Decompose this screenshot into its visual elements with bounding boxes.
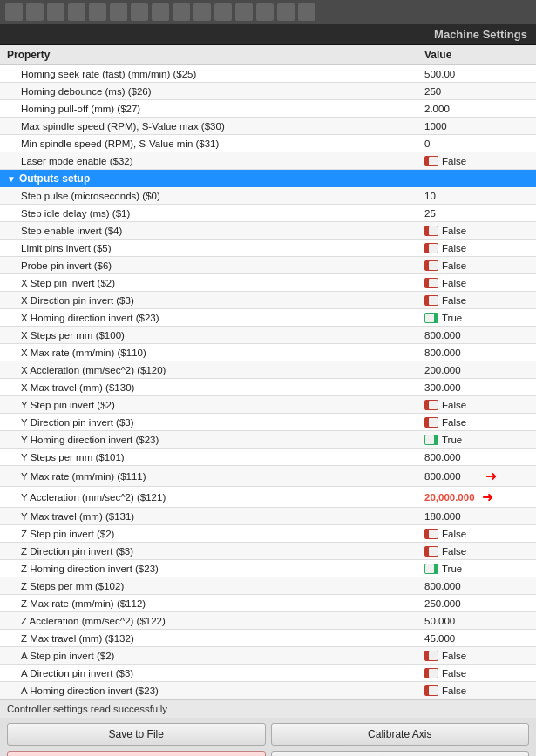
prop-value: False: [424, 685, 529, 696]
table-row-y-max-rate: Y Max rate (mm/min) ($111) 800.000 ➜: [0, 466, 536, 487]
table-row: X Direction pin invert ($3) False: [0, 292, 536, 309]
toggle-false-icon[interactable]: [424, 156, 438, 166]
toggle-false-icon[interactable]: [424, 260, 438, 271]
prop-name: Limit pins invert ($5): [21, 243, 424, 253]
table-row: Probe pin invert ($6) False: [0, 257, 536, 274]
save-to-file-button[interactable]: Save to File: [7, 723, 266, 746]
toggle-true-icon[interactable]: [424, 435, 438, 445]
prop-name: Laser mode enable ($32): [21, 156, 424, 166]
toolbar-icon-11[interactable]: [214, 3, 232, 21]
prop-name: Step enable invert ($4): [21, 226, 424, 236]
toolbar-icon-8[interactable]: [152, 3, 169, 21]
table-row-y-accleration: Y Accleration (mm/sec^2) ($121) 20,000.0…: [0, 487, 536, 508]
table-row: Y Max travel (mm) ($131) 180.000: [0, 508, 536, 525]
toolbar-icon-12[interactable]: [235, 3, 253, 21]
prop-name: Homing seek rate (fast) (mm/min) ($25): [21, 69, 424, 79]
table-row: Step enable invert ($4) False: [0, 222, 536, 240]
prop-value: False: [424, 260, 529, 271]
table-row: Laser mode enable ($32) False: [0, 152, 536, 170]
calibrate-axis-button[interactable]: Calibrate Axis: [271, 723, 530, 746]
load-from-backup-button[interactable]: Load from Backup: [271, 751, 530, 756]
load-from-file-button[interactable]: Load from File: [7, 751, 266, 756]
prop-value: 25: [424, 208, 529, 219]
toggle-false-icon[interactable]: [424, 295, 438, 306]
y-accleration-value: 20,000.000: [424, 492, 475, 503]
toggle-true-icon[interactable]: [424, 564, 438, 574]
prop-name: Y Direction pin invert ($3): [21, 417, 424, 428]
toggle-true-icon[interactable]: [424, 313, 438, 323]
prop-name: X Homing direction invert ($23): [21, 313, 424, 323]
prop-value: False: [424, 278, 529, 288]
prop-name: Z Max travel (mm) ($132): [21, 633, 424, 644]
table-row: Y Direction pin invert ($3) False: [0, 414, 536, 431]
toolbar-icon-10[interactable]: [193, 3, 211, 21]
table-row: X Max rate (mm/min) ($110) 800.000: [0, 344, 536, 361]
toolbar-icon-4[interactable]: [68, 3, 85, 21]
table-row: Max spindle speed (RPM), S-Value max ($3…: [0, 118, 536, 135]
prop-name: Z Max rate (mm/min) ($112): [21, 598, 424, 609]
prop-value: False: [424, 546, 529, 557]
prop-name: Probe pin invert ($6): [21, 260, 424, 271]
toggle-false-icon[interactable]: [424, 278, 438, 288]
prop-value: True: [424, 313, 529, 323]
prop-name: Step idle delay (ms) ($1): [21, 208, 424, 219]
toggle-false-icon[interactable]: [424, 529, 438, 539]
toggle-false-icon[interactable]: [424, 243, 438, 253]
toolbar-icon-6[interactable]: [110, 3, 127, 21]
toolbar-icon-2[interactable]: [26, 3, 44, 21]
table-row: Step pulse (microseconds) ($0) 10: [0, 187, 536, 205]
prop-value: False: [424, 156, 529, 166]
prop-name: X Steps per mm ($100): [21, 330, 424, 341]
prop-name: Y Steps per mm ($101): [21, 452, 424, 462]
toggle-false-icon[interactable]: [424, 400, 438, 410]
prop-value: True: [424, 435, 529, 445]
settings-container: Homing seek rate (fast) (mm/min) ($25) 5…: [0, 65, 536, 699]
prop-name: X Accleration (mm/sec^2) ($120): [21, 365, 424, 375]
toolbar-icon-9[interactable]: [173, 3, 190, 21]
prop-value: 800.000 ➜: [424, 468, 529, 484]
toolbar-icon-7[interactable]: [131, 3, 148, 21]
button-row-2: Load from File Load from Backup: [0, 751, 536, 756]
col-value: Value: [424, 49, 529, 61]
table-row: A Step pin invert ($2) False: [0, 647, 536, 665]
toolbar-icon-14[interactable]: [277, 3, 295, 21]
status-text: Controller settings read successfully: [7, 704, 167, 714]
prop-value: False: [424, 243, 529, 253]
table-row: Z Max travel (mm) ($132) 45.000: [0, 630, 536, 647]
prop-value: False: [424, 651, 529, 661]
toggle-false-icon[interactable]: [424, 417, 438, 428]
toolbar-icon-1[interactable]: [5, 3, 23, 21]
toolbar-icon-15[interactable]: [298, 3, 315, 21]
toolbar-icon-13[interactable]: [256, 3, 274, 21]
toggle-false-icon[interactable]: [424, 546, 438, 557]
prop-value: False: [424, 226, 529, 236]
prop-name: Min spindle speed (RPM), S-Value min ($3…: [21, 138, 424, 149]
prop-value: 0: [424, 138, 529, 149]
title-bar: Machine Settings: [0, 24, 536, 45]
toggle-false-icon[interactable]: [424, 226, 438, 236]
toolbar-icon-5[interactable]: [89, 3, 106, 21]
section-header-outputs[interactable]: ▼ Outputs setup: [0, 170, 536, 187]
prop-name: Y Max rate (mm/min) ($111): [21, 471, 424, 482]
toggle-false-icon[interactable]: [424, 685, 438, 696]
table-row: Min spindle speed (RPM), S-Value min ($3…: [0, 135, 536, 152]
table-row: Step idle delay (ms) ($1) 25: [0, 205, 536, 222]
prop-name: Y Homing direction invert ($23): [21, 435, 424, 445]
col-property: Property: [7, 49, 424, 61]
toggle-false-icon[interactable]: [424, 668, 438, 678]
table-row: X Homing direction invert ($23) True: [0, 309, 536, 327]
table-row: Z Accleration (mm/sec^2) ($122) 50.000: [0, 612, 536, 630]
prop-name: Z Direction pin invert ($3): [21, 546, 424, 557]
table-row: A Homing direction invert ($23) False: [0, 682, 536, 699]
prop-name: A Homing direction invert ($23): [21, 685, 424, 696]
toolbar-icon-3[interactable]: [47, 3, 64, 21]
prop-name: Step pulse (microseconds) ($0): [21, 191, 424, 201]
toggle-false-icon[interactable]: [424, 651, 438, 661]
prop-value: 180.000: [424, 511, 529, 522]
prop-name: Y Step pin invert ($2): [21, 400, 424, 410]
table-row: Limit pins invert ($5) False: [0, 240, 536, 257]
prop-name: X Max travel (mm) ($130): [21, 382, 424, 393]
table-row: X Max travel (mm) ($130) 300.000: [0, 379, 536, 396]
prop-name: Max spindle speed (RPM), S-Value max ($3…: [21, 121, 424, 132]
prop-value: 50.000: [424, 616, 529, 626]
